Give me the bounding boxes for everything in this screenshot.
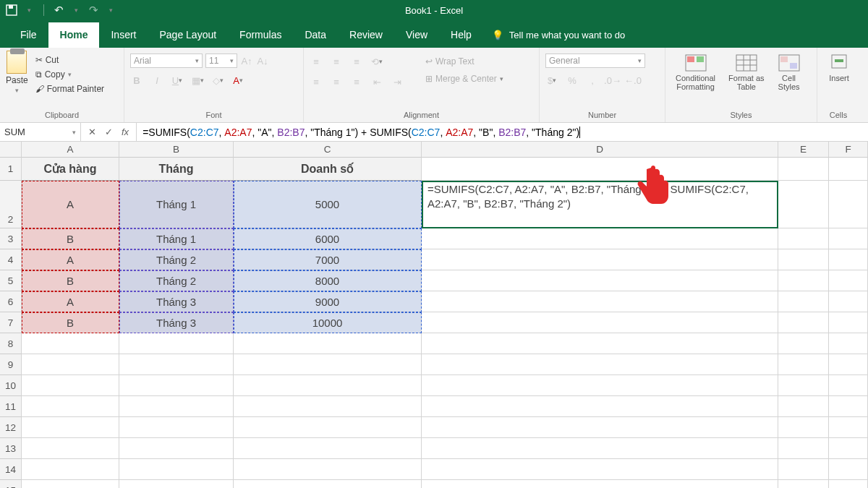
col-header-c[interactable]: C [234,142,422,158]
tab-insert[interactable]: Insert [99,22,148,48]
cell[interactable] [22,354,119,375]
cell[interactable] [778,228,829,249]
cell[interactable] [22,438,119,459]
tab-formulas[interactable]: Formulas [228,22,293,48]
cell[interactable] [829,312,868,333]
align-center-icon[interactable]: ≡ [330,75,343,88]
tab-help[interactable]: Help [439,22,483,48]
cell[interactable] [778,249,829,270]
cell[interactable] [829,459,868,480]
cell[interactable] [778,417,829,438]
undo-dropdown-icon[interactable]: ▾ [70,4,82,16]
cell[interactable] [234,459,422,480]
tab-review[interactable]: Review [338,22,394,48]
bold-icon[interactable]: B [130,74,143,87]
tab-file[interactable]: File [9,22,48,48]
col-header-b[interactable]: B [119,142,234,158]
cell[interactable] [422,249,778,270]
redo-dropdown-icon[interactable]: ▾ [105,4,116,16]
row-header[interactable]: 13 [0,438,22,459]
cell[interactable] [778,158,829,181]
row-header[interactable]: 11 [0,396,22,417]
cell[interactable] [422,417,778,438]
cell[interactable]: 9000 [234,291,422,312]
increase-indent-icon[interactable]: ⇥ [391,75,404,88]
cell[interactable] [778,375,829,396]
cell[interactable] [829,396,868,417]
cell[interactable]: Tháng 1 [119,181,234,228]
cut-button[interactable]: ✂Cut [33,53,107,67]
cell[interactable] [778,333,829,354]
align-top-icon[interactable]: ≡ [310,55,323,68]
cell[interactable] [234,438,422,459]
cell[interactable]: 5000 [234,181,422,228]
save-icon[interactable] [6,4,17,16]
cell[interactable]: 6000 [234,228,422,249]
cell[interactable] [22,333,119,354]
cell[interactable] [234,375,422,396]
cell[interactable] [22,459,119,480]
cell[interactable] [829,438,868,459]
decrease-font-icon[interactable]: A↓ [256,54,269,67]
cell[interactable] [422,333,778,354]
row-header[interactable]: 2 [0,181,22,228]
tab-home[interactable]: Home [48,22,100,48]
underline-icon[interactable]: U▾ [171,74,184,87]
cell[interactable] [829,228,868,249]
row-header[interactable]: 8 [0,333,22,354]
row-header[interactable]: 7 [0,312,22,333]
cell[interactable] [422,354,778,375]
orientation-icon[interactable]: ⟲▾ [370,55,383,68]
cell[interactable] [422,312,778,333]
copy-button[interactable]: ⧉Copy▾ [33,68,107,81]
cell-styles-button[interactable]: Cell Styles [773,52,805,108]
tab-page-layout[interactable]: Page Layout [148,22,228,48]
increase-decimal-icon[interactable]: .0→ [606,74,619,87]
row-header[interactable]: 3 [0,228,22,249]
cell[interactable] [829,417,868,438]
comma-icon[interactable]: , [586,74,599,87]
row-header[interactable]: 9 [0,354,22,375]
cell[interactable]: Tháng 1 [119,228,234,249]
cell[interactable] [22,396,119,417]
cell[interactable] [22,417,119,438]
qat-dropdown-icon[interactable]: ▾ [23,4,35,16]
format-painter-button[interactable]: 🖌Format Painter [33,82,107,95]
cell[interactable] [422,375,778,396]
cell[interactable] [422,480,778,488]
cell[interactable] [22,480,119,488]
merge-center-button[interactable]: ⊞Merge & Center▾ [422,72,506,85]
tell-me[interactable]: 💡 Tell me what you want to do [483,30,634,48]
cell[interactable]: Tháng 2 [119,249,234,270]
col-header-f[interactable]: F [829,142,868,158]
cell[interactable]: B [22,270,119,291]
cell[interactable] [119,438,234,459]
align-left-icon[interactable]: ≡ [310,75,323,88]
cell[interactable] [829,333,868,354]
cell[interactable] [22,375,119,396]
cell[interactable] [778,270,829,291]
row-header[interactable]: 14 [0,459,22,480]
paste-button[interactable]: Paste ▾ [6,51,28,108]
font-color-icon[interactable]: A▾ [231,74,244,87]
cell[interactable]: A [22,249,119,270]
cell[interactable]: Tháng 3 [119,291,234,312]
cell[interactable]: A [22,181,119,228]
border-icon[interactable]: ▦▾ [191,74,204,87]
cell[interactable] [778,181,829,228]
fx-icon[interactable]: fx [122,127,129,137]
cell[interactable] [119,417,234,438]
row-header[interactable]: 12 [0,417,22,438]
cell[interactable] [119,459,234,480]
increase-font-icon[interactable]: A↑ [240,54,253,67]
cell[interactable]: Tháng [119,158,234,181]
select-all-corner[interactable] [0,142,22,158]
conditional-formatting-button[interactable]: Conditional Formatting [671,52,720,108]
cell[interactable]: Tháng 2 [119,270,234,291]
cell[interactable] [829,270,868,291]
row-header[interactable]: 6 [0,291,22,312]
cell[interactable] [422,438,778,459]
row-header[interactable]: 15 [0,480,22,488]
cell[interactable] [234,417,422,438]
cell[interactable]: Cửa hàng [22,158,119,181]
